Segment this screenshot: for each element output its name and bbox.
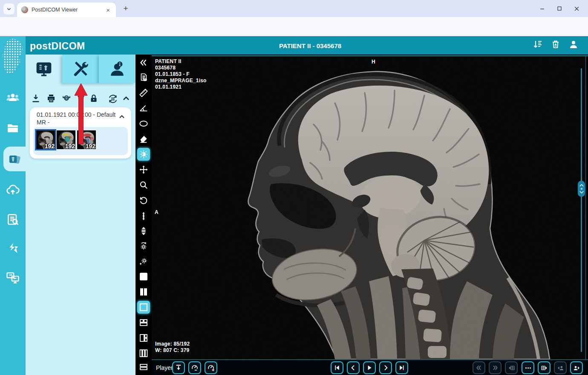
- play-button[interactable]: [363, 361, 376, 374]
- person-info-icon: [108, 60, 126, 78]
- layout-2rows-button[interactable]: [137, 361, 150, 373]
- print-icon[interactable]: [46, 93, 56, 104]
- next-patient-button[interactable]: [570, 361, 583, 374]
- grid-left-icon: [508, 364, 515, 372]
- browser-navbar: germany.postdicom.com/Viewer/Main: [0, 17, 588, 36]
- pan-icon: [139, 165, 148, 174]
- gear-sparkle-icon: [139, 257, 148, 266]
- scroll-slices-tool[interactable]: [137, 210, 150, 222]
- window-level-tool[interactable]: [137, 148, 150, 161]
- sidebar-item-worklist-search[interactable]: [0, 207, 26, 232]
- sidebar-item-patient-groups[interactable]: [0, 85, 26, 110]
- pan-tool[interactable]: [137, 163, 150, 176]
- sidebar-item-image-stack[interactable]: [3, 147, 26, 171]
- viewer-toolbar: [135, 55, 152, 375]
- auto-adjust-tool[interactable]: [137, 255, 150, 268]
- delete-icon[interactable]: [76, 93, 86, 104]
- export-cine-button[interactable]: [172, 361, 185, 374]
- chevron-down-icon: [6, 6, 12, 12]
- orientation-marker-left: A: [155, 209, 159, 216]
- image-count-badge: 192: [65, 143, 75, 149]
- layout-1x1-button[interactable]: [137, 270, 150, 283]
- ruler-tool[interactable]: [137, 87, 150, 99]
- zoom-tool[interactable]: [137, 179, 150, 191]
- tab-close-button[interactable]: ×: [104, 6, 112, 14]
- orientation-marker-top: H: [372, 59, 375, 65]
- collapse-series-icon[interactable]: [118, 112, 126, 121]
- chevron-up-icon: [579, 184, 584, 187]
- slice-slider-thumb[interactable]: [578, 181, 585, 197]
- tab-tools[interactable]: [62, 55, 99, 83]
- next-image-button[interactable]: [379, 361, 392, 374]
- collapse-up-icon[interactable]: [121, 93, 131, 104]
- sidebar-item-remote-monitors[interactable]: [0, 265, 26, 290]
- series-thumbnail-1[interactable]: 192: [36, 130, 55, 149]
- layout-3columns-button[interactable]: [137, 347, 150, 360]
- sort-descending-icon[interactable]: [533, 39, 543, 49]
- speed-down-button[interactable]: [188, 361, 201, 374]
- account-icon[interactable]: [568, 39, 579, 49]
- chevrons-left-icon: [476, 364, 482, 371]
- close-window-button[interactable]: [574, 6, 579, 12]
- new-tab-button[interactable]: +: [121, 4, 130, 14]
- last-image-button[interactable]: [395, 361, 408, 374]
- sidebar-item-cloud-upload[interactable]: [0, 177, 26, 202]
- ellipse-icon: [139, 119, 148, 128]
- series-panel: 01.01.1921 00:00:00 - Default MR - 192 1…: [26, 55, 135, 375]
- eraser-tool[interactable]: [137, 133, 150, 145]
- header-actions: [533, 39, 579, 49]
- layout-1x2-button[interactable]: [137, 286, 150, 298]
- chevron-right-icon: [382, 364, 389, 371]
- page-title: PATIENT II - 0345678: [0, 42, 588, 49]
- anonymize-icon[interactable]: [61, 93, 72, 104]
- previous-series-grid-button[interactable]: [505, 361, 518, 374]
- rotate-icon: [139, 196, 148, 205]
- fast-backward-button[interactable]: [473, 361, 485, 374]
- thumbnail-strip: 192 192 192: [33, 127, 128, 155]
- rotate-tool[interactable]: [137, 194, 150, 207]
- maximize-button[interactable]: [557, 6, 562, 11]
- window-controls: [539, 0, 585, 17]
- more-options-button[interactable]: [522, 361, 534, 374]
- reset-settings-tool[interactable]: [137, 240, 150, 253]
- ellipse-roi-tool[interactable]: [137, 117, 150, 130]
- angle-tool[interactable]: [137, 102, 150, 115]
- lock-icon[interactable]: [89, 93, 99, 104]
- minimize-button[interactable]: [539, 6, 545, 12]
- series-thumbnail-2[interactable]: 192: [57, 130, 75, 149]
- fast-forward-button[interactable]: [489, 361, 502, 374]
- brain-logo: [1, 38, 24, 75]
- recycle-bin-icon[interactable]: [551, 39, 561, 49]
- tab-patient-info[interactable]: [99, 55, 135, 83]
- chevron-down-icon: [579, 191, 584, 193]
- download-icon[interactable]: [31, 93, 41, 104]
- collapse-panel-button[interactable]: [137, 56, 150, 69]
- previous-patient-button[interactable]: [554, 361, 567, 374]
- series-group-card[interactable]: 01.01.1921 00:00:00 - Default MR - 192 1…: [30, 107, 131, 159]
- image-viewport[interactable]: PATIENT II 0345678 01.01.1853 - F dzne_M…: [152, 55, 588, 358]
- speed-up-button[interactable]: [205, 361, 217, 374]
- skip-last-icon: [398, 364, 405, 371]
- report-tool[interactable]: [137, 71, 150, 84]
- tab-search-button[interactable]: [3, 3, 14, 14]
- layout-1-2-icon: [138, 333, 149, 343]
- sidebar-item-sync-transfer[interactable]: [0, 236, 26, 261]
- browser-tab[interactable]: PostDICOM Viewer ×: [17, 3, 116, 17]
- layout-1left-2right-button[interactable]: [137, 332, 150, 344]
- layout-2top-1bottom-button[interactable]: [137, 316, 150, 329]
- report-icon: [139, 73, 148, 82]
- slice-slider-track[interactable]: [581, 68, 582, 352]
- sidebar-item-folders[interactable]: [0, 116, 26, 141]
- cine-stack-tool[interactable]: [137, 225, 150, 237]
- dial-plus-icon: [207, 364, 215, 372]
- layout-current-button[interactable]: [137, 301, 150, 314]
- previous-image-button[interactable]: [347, 361, 360, 374]
- filled-square-icon: [138, 271, 149, 282]
- first-image-button[interactable]: [331, 361, 343, 374]
- next-series-grid-button[interactable]: [538, 361, 551, 374]
- player-label: Player: [156, 364, 173, 371]
- cycle-layout-icon[interactable]: [107, 93, 118, 104]
- series-thumbnail-3[interactable]: 192: [77, 130, 96, 149]
- player-bar: Player: [152, 359, 588, 375]
- tab-viewer-settings[interactable]: [26, 55, 62, 83]
